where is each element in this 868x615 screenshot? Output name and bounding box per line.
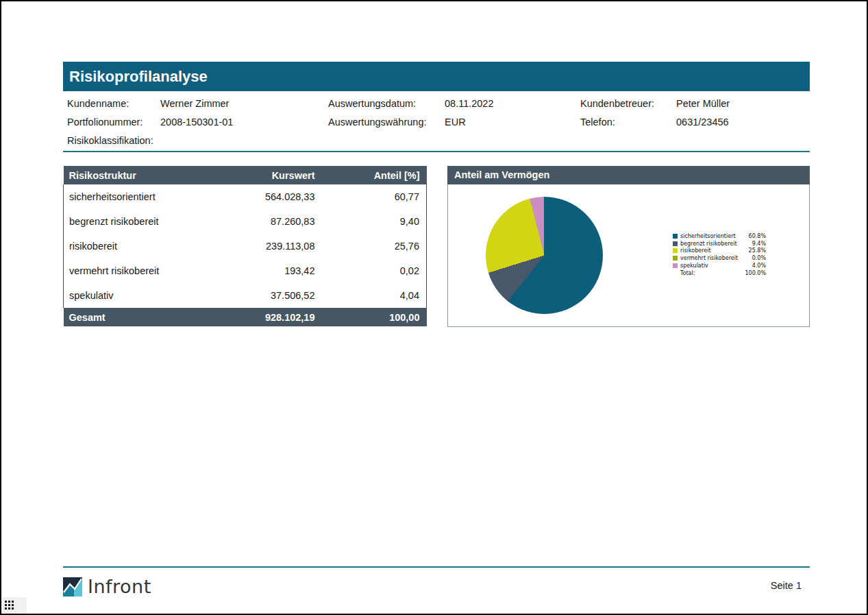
legend-swatch (673, 234, 678, 239)
legend-label: vermehrt risikobereit (680, 255, 752, 261)
legend-label: begrenzt risikobereit (680, 241, 752, 247)
footer-divider (63, 566, 810, 568)
table-row: sicherheitsorientiert564.028,3360,77 (64, 184, 427, 209)
table-header-row: Risikostruktur Kurswert Anteil [%] (64, 166, 427, 184)
asset-share-chart-panel: Anteil am Vermögen sicherheitsorientiert… (447, 166, 810, 327)
legend-swatch (673, 248, 678, 253)
risk-category-cell: risikobereit (64, 234, 221, 258)
kurswert-cell: 193,42 (221, 258, 322, 283)
legend-value: 0.0% (752, 255, 766, 261)
anteil-cell: 4,04 (322, 283, 427, 308)
infront-logo: Infront (63, 577, 151, 596)
auswertungsdatum-value: 08.11.2022 (445, 98, 494, 109)
chart-title: Anteil am Vermögen (447, 166, 810, 184)
legend-value: 25.8% (749, 248, 766, 254)
legend-total-row: Total: 100.0% (673, 269, 766, 277)
risk-category-cell: begrenzt risikobereit (64, 209, 221, 234)
legend-label: risikobereit (680, 248, 749, 254)
legend-swatch (673, 241, 678, 246)
table-row: spekulativ37.506,524,04 (64, 283, 427, 308)
legend-value: 4.0% (752, 263, 766, 269)
telefon-value: 0631/23456 (676, 117, 729, 128)
anteil-cell: 25,76 (322, 234, 427, 258)
kundenbetreuer-label: Kundenbetreuer: (580, 98, 654, 109)
risk-category-cell: spekulativ (64, 283, 221, 308)
page-number: Seite 1 (771, 580, 802, 591)
kundenname-value: Werner Zimmer (160, 98, 229, 109)
grid-dots-icon (5, 601, 27, 610)
legend-swatch-empty (673, 271, 678, 276)
legend-label: spekulativ (680, 263, 752, 269)
legend-value: 60.8% (749, 233, 766, 239)
kundenbetreuer-value: Peter Müller (676, 98, 730, 109)
anteil-cell: 0,02 (322, 258, 427, 283)
portfolionummer-value: 2008-150301-01 (160, 117, 233, 128)
kurswert-cell: 564.028,33 (221, 184, 322, 209)
total-label-cell: Gesamt (64, 308, 221, 326)
risk-structure-table: Risikostruktur Kurswert Anteil [%] siche… (63, 166, 427, 326)
risk-category-cell: sicherheitsorientiert (64, 184, 221, 209)
legend-item: sicherheitsorientiert60.8% (673, 232, 766, 240)
total-anteil-cell: 100,00 (322, 308, 427, 326)
legend-label: sicherheitsorientiert (680, 233, 749, 239)
kurswert-cell: 239.113,08 (221, 234, 322, 258)
total-row: Gesamt 928.102,19 100,00 (64, 308, 427, 326)
table-row: risikobereit239.113,0825,76 (64, 234, 427, 258)
infront-logo-icon (63, 577, 82, 596)
auswertungswaehrung-label: Auswertungswährung: (328, 117, 426, 128)
legend-item: begrenzt risikobereit9.4% (673, 240, 766, 248)
risk-category-cell: vermehrt risikobereit (64, 258, 221, 283)
table-body: sicherheitsorientiert564.028,3360,77begr… (64, 184, 427, 308)
header-divider (63, 151, 810, 152)
kurswert-cell: 87.260,83 (221, 209, 322, 234)
kundenname-label: Kundenname: (67, 98, 129, 109)
infront-logo-text: Infront (88, 577, 151, 596)
kurswert-cell: 37.506,52 (221, 283, 322, 308)
pie-chart (486, 197, 603, 314)
legend-item: risikobereit25.8% (673, 248, 766, 255)
table-row: begrenzt risikobereit87.260,839,40 (64, 209, 427, 234)
report-page: Risikoprofilanalyse Kundenname: Werner Z… (0, 0, 868, 615)
legend-swatch (673, 256, 678, 261)
col-header-kurswert: Kurswert (221, 166, 322, 184)
legend-total-label: Total: (680, 270, 745, 276)
legend-item: vermehrt risikobereit0.0% (673, 254, 766, 262)
legend-item: spekulativ4.0% (673, 262, 766, 269)
anteil-cell: 9,40 (322, 209, 427, 234)
risikoklassifikation-label: Risikoklassifikation: (67, 135, 153, 146)
total-kurswert-cell: 928.102,19 (221, 308, 322, 326)
col-header-anteil: Anteil [%] (322, 166, 427, 184)
col-header-risikostruktur: Risikostruktur (64, 166, 221, 184)
grid-handle-icon[interactable] (1, 597, 27, 614)
auswertungswaehrung-value: EUR (445, 117, 466, 128)
telefon-label: Telefon: (580, 117, 615, 128)
chart-legend: sicherheitsorientiert60.8%begrenzt risik… (673, 232, 766, 277)
auswertungsdatum-label: Auswertungsdatum: (328, 98, 416, 109)
legend-total-value: 100.0% (745, 270, 766, 276)
anteil-cell: 60,77 (322, 184, 427, 209)
legend-swatch (673, 263, 678, 268)
page-title: Risikoprofilanalyse (63, 62, 810, 91)
portfolionummer-label: Portfolionummer: (67, 117, 142, 128)
table-row: vermehrt risikobereit193,420,02 (64, 258, 427, 283)
legend-value: 9.4% (752, 241, 766, 247)
